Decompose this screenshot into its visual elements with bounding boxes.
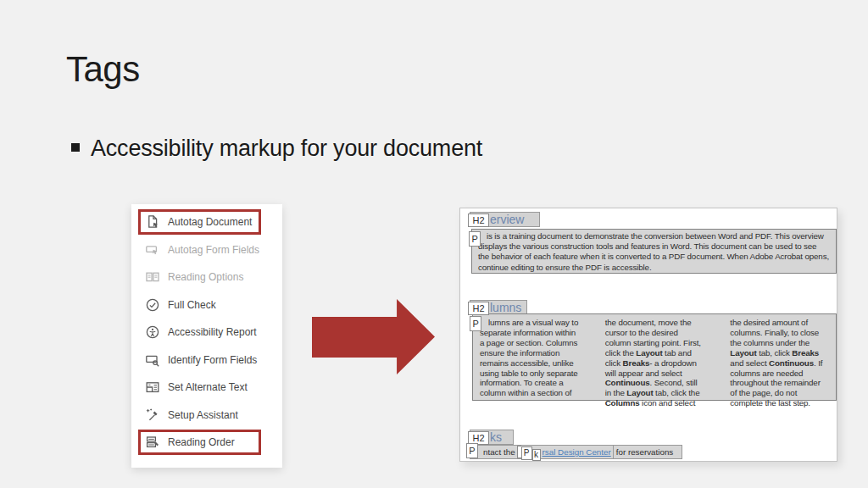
h2-tag-badge: H2 — [468, 214, 489, 227]
overview-paragraph: is is a training document to demonstrate… — [478, 231, 830, 273]
menu-item-label: Accessibility Report — [168, 326, 257, 338]
menu-item-set-alternate-text[interactable]: Set Alternate Text — [131, 374, 282, 402]
slide: Tags Accessibility markup for your docum… — [0, 0, 868, 488]
set-alternate-text-icon — [145, 380, 160, 395]
menu-item-reading-options[interactable]: Reading Options — [131, 263, 282, 291]
menu-item-label: Set Alternate Text — [168, 381, 248, 393]
menu-item-label: Reading Order — [168, 436, 235, 448]
p-tag-badge: P — [466, 443, 478, 458]
column-3-text: the desired amount of columns. Finally, … — [730, 318, 829, 396]
menu-item-label: Identify Form Fields — [168, 354, 257, 366]
h2-tag-badge: H2 — [468, 302, 489, 315]
reading-order-icon — [145, 435, 160, 450]
column-2-text: the document, move the cursor to the des… — [605, 318, 704, 396]
heading-text: erview — [490, 213, 524, 227]
bullet-line: Accessibility markup for your document — [71, 136, 482, 162]
menu-item-label: Reading Options — [168, 271, 243, 283]
full-check-icon — [145, 297, 160, 313]
menu-item-identify-form-fields[interactable]: Identify Form Fields — [131, 347, 282, 374]
accessibility-tools-panel: Autotag Document Autotag Form Fields Rea… — [131, 204, 282, 468]
menu-item-reading-order[interactable]: Reading Order — [131, 429, 282, 457]
reading-options-icon — [145, 269, 160, 285]
inline-p-tag-badge: P — [521, 446, 532, 460]
menu-item-label: Full Check — [168, 299, 216, 311]
bullet-text: Accessibility markup for your document — [91, 136, 482, 162]
autotag-document-icon — [145, 214, 160, 230]
menu-item-label: Autotag Form Fields — [168, 244, 259, 256]
overview-paragraph-block: P is is a training document to demonstra… — [471, 229, 837, 274]
menu-item-label: Setup Assistant — [168, 409, 238, 421]
links-line-left-segment: ntact the P k rsal Design Center — [470, 445, 613, 459]
links-line: P ntact the P k rsal Design Center for r… — [470, 445, 682, 459]
columns-paragraph-block: P lumns are a visual way to separate inf… — [472, 313, 837, 401]
link-tag-badge-partial: k — [532, 449, 541, 461]
identify-form-fields-icon — [145, 352, 160, 368]
menu-item-autotag-form-fields[interactable]: Autotag Form Fields — [131, 236, 282, 264]
accessibility-report-icon — [145, 324, 160, 340]
bullet-icon — [71, 143, 80, 152]
column-1-text: lumns are a visual way to separate infor… — [480, 318, 579, 396]
menu-item-autotag-document[interactable]: Autotag Document — [131, 208, 282, 236]
heading-overview: H2 erview — [470, 212, 540, 227]
menu-item-accessibility-report[interactable]: Accessibility Report — [131, 319, 282, 347]
link-line-before-text: ntact the — [483, 447, 515, 457]
right-arrow — [312, 299, 435, 374]
menu-item-setup-assistant[interactable]: Setup Assistant — [131, 402, 282, 430]
heading-text: ks — [490, 430, 502, 445]
menu-item-label: Autotag Document — [168, 216, 252, 228]
autotag-form-fields-icon — [145, 242, 160, 258]
link-line-after-text: for reservations — [616, 447, 674, 457]
menu-item-full-check[interactable]: Full Check — [131, 291, 282, 319]
tagged-document-panel: H2 erview P is is a training document to… — [459, 208, 837, 462]
links-line-right-segment: for reservations — [613, 445, 683, 459]
page-title: Tags — [66, 49, 140, 90]
p-tag-badge: P — [470, 316, 481, 331]
setup-assistant-icon — [145, 408, 160, 423]
design-center-link[interactable]: rsal Design Center — [542, 447, 611, 457]
p-tag-badge: P — [469, 231, 481, 247]
